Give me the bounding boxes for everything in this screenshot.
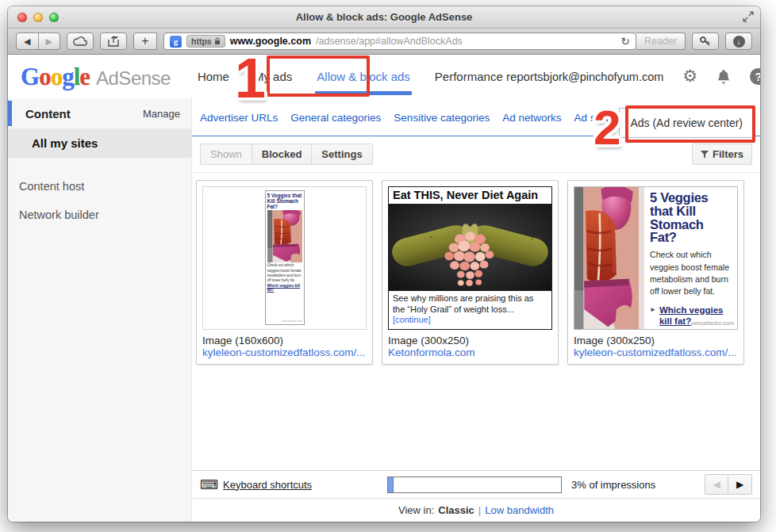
- account-email: bjork@pinchofyum.com: [544, 71, 664, 83]
- torso-illustration: [574, 187, 644, 329]
- tab-settings[interactable]: Settings: [311, 144, 372, 165]
- new-tab-button[interactable]: +: [133, 33, 157, 50]
- nav-home[interactable]: Home: [198, 70, 229, 83]
- adsense-wordmark: AdSense: [96, 67, 171, 90]
- traffic-lights: [17, 13, 59, 22]
- content-area: Advertiser URLs General categories Sensi…: [192, 98, 760, 522]
- ad-headline: Eat THIS, Never Diet Again: [389, 187, 551, 204]
- keyboard-icon: ⌨: [200, 477, 218, 492]
- fruit-illustration: [389, 204, 551, 290]
- ad-body-text: Check out which veggies boost female met…: [650, 249, 732, 297]
- ad-preview-300x250: 5 Veggies that Kill Stomach Fat? Check o…: [574, 186, 738, 330]
- sidebar-item-all-my-sites[interactable]: All my sites: [8, 128, 191, 158]
- content-spacer: [192, 372, 760, 470]
- sidebar-section-content: Content Manage: [8, 98, 191, 128]
- ad-body-text: See why millions are praising this as th…: [393, 293, 533, 314]
- reader-button[interactable]: Reader: [636, 33, 686, 50]
- ad-creative-skyscraper: 5 Veggies that Kill Stomach Fat? Check o…: [265, 190, 305, 325]
- browser-window: Allow & block ads: Google AdSense ◀ ▶: [8, 6, 760, 522]
- subnav-general-categories[interactable]: General categories: [290, 112, 381, 124]
- minimize-button[interactable]: [33, 13, 43, 22]
- back-button[interactable]: ◀: [17, 33, 39, 49]
- impressions-label: 3% of impressions: [571, 479, 655, 491]
- forward-button[interactable]: ▶: [39, 33, 60, 49]
- downloads-button[interactable]: ↓: [725, 33, 752, 50]
- adsense-logo: Google AdSense: [21, 63, 171, 91]
- tab-shown[interactable]: Shown: [200, 144, 252, 165]
- window-title: Allow & block ads: Google AdSense: [296, 11, 473, 23]
- ad-card-3[interactable]: 5 Veggies that Kill Stomach Fat? Check o…: [567, 180, 744, 365]
- annotation-step-1: 1: [235, 51, 266, 106]
- bullet-arrow-icon: ►: [650, 304, 656, 327]
- ad-size-label: Image (300x250): [574, 335, 738, 346]
- next-page-button[interactable]: ▶: [728, 474, 752, 495]
- ad-headline: 5 Veggies that Kill Stomach Fat?: [650, 191, 732, 244]
- view-footer: View in: Classic | Low bandwidth: [192, 498, 760, 522]
- tab-blocked[interactable]: Blocked: [252, 144, 313, 165]
- ad-preview-300x250: Eat THIS, Never Diet Again: [388, 186, 552, 330]
- filters-button[interactable]: Filters: [692, 144, 752, 165]
- key-icon: [699, 36, 712, 47]
- ad-card-2[interactable]: Eat THIS, Never Diet Again: [382, 180, 559, 365]
- footer-divider: |: [478, 504, 481, 516]
- gear-icon[interactable]: ⚙: [682, 68, 697, 85]
- ad-card-1[interactable]: 5 Veggies that Kill Stomach Fat? Check o…: [196, 180, 373, 365]
- filter-icon: [701, 151, 709, 159]
- ad-attribution: venusfactor.com: [690, 320, 734, 327]
- ad-headline: 5 Veggies that Kill Stomach Fat?: [267, 193, 302, 209]
- history-nav: ◀ ▶: [16, 33, 60, 50]
- help-icon[interactable]: ?: [750, 68, 760, 85]
- url-path: /adsense/app#allowAndBlockAds: [316, 36, 463, 47]
- fruit-photo: [389, 204, 551, 290]
- filters-label: Filters: [713, 148, 743, 160]
- subnav-advertiser-urls[interactable]: Advertiser URLs: [200, 112, 278, 124]
- pagination: ◀ ▶: [705, 474, 752, 495]
- close-button[interactable]: [17, 13, 27, 22]
- view-in-label: View in:: [398, 504, 434, 516]
- window-titlebar: Allow & block ads: Google AdSense: [8, 6, 760, 29]
- keyboard-shortcuts-link[interactable]: Keyboard shortcuts: [223, 479, 312, 491]
- manage-link[interactable]: Manage: [143, 108, 180, 120]
- annotation-box-ad-review-center: [625, 105, 755, 143]
- sidebar-item-content-host[interactable]: Content host: [8, 172, 191, 201]
- https-label: https: [191, 36, 212, 46]
- sidebar-section-label: Content: [25, 107, 71, 121]
- subnav-sensitive-categories[interactable]: Sensitive categories: [394, 112, 490, 124]
- google-favicon: g: [170, 36, 182, 48]
- bell-icon[interactable]: [716, 69, 731, 85]
- status-bar: ⌨ Keyboard shortcuts 3% of impressions ◀…: [192, 470, 760, 498]
- password-key-button[interactable]: [692, 33, 719, 50]
- lock-icon: [214, 37, 221, 45]
- adsense-header: Google AdSense Home My ads Allow & block…: [8, 55, 760, 98]
- subnav-ad-networks[interactable]: Ad networks: [502, 112, 561, 124]
- ad-text-column: 5 Veggies that Kill Stomach Fat? Check o…: [644, 187, 737, 329]
- sidebar-gap: [8, 158, 191, 172]
- nav-performance-reports[interactable]: Performance reports: [435, 70, 544, 83]
- share-button[interactable]: [100, 33, 127, 50]
- url-domain: www.google.com: [230, 36, 311, 47]
- annotation-box-allow-block-ads: [267, 55, 370, 97]
- zoom-button[interactable]: [49, 13, 59, 22]
- resize-icon[interactable]: [743, 11, 754, 22]
- ad-body-row: See why millions are praising this as th…: [389, 290, 551, 329]
- torso-illustration: [267, 210, 302, 262]
- progress-fill: [388, 477, 394, 492]
- page-body: Content Manage All my sites Content host…: [8, 98, 760, 522]
- reload-button[interactable]: ↻: [620, 35, 630, 48]
- active-section-indicator: [8, 101, 12, 126]
- icloud-button[interactable]: [67, 33, 94, 50]
- impressions-progress-bar: [387, 477, 562, 493]
- prev-page-button[interactable]: ◀: [705, 474, 728, 495]
- view-classic-label: Classic: [438, 504, 474, 516]
- cloud-icon: [73, 36, 87, 46]
- low-bandwidth-link[interactable]: Low bandwidth: [485, 504, 554, 516]
- ad-url-link[interactable]: kyleleon-customizedfatloss.com/...: [574, 346, 738, 358]
- https-badge: https: [186, 35, 225, 48]
- ad-url-link[interactable]: kyleleon-customizedfatloss.com/...: [202, 346, 367, 358]
- ad-url-link[interactable]: Ketonformola.com: [388, 346, 552, 358]
- ad-body-text: Check out which veggies boost female met…: [267, 263, 302, 283]
- sidebar-item-network-builder[interactable]: Network builder: [8, 201, 191, 229]
- ad-size-label: Image (300x250): [388, 335, 552, 346]
- ad-link[interactable]: [continue]: [393, 315, 431, 324]
- ad-link: Which veggies kill fat?: [267, 284, 302, 292]
